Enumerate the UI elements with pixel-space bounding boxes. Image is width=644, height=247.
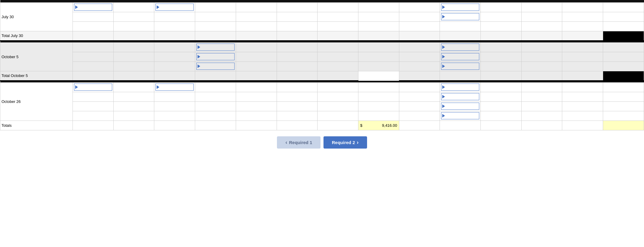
required1-label: Required 1 — [289, 140, 312, 145]
july30-r1-c9 — [358, 2, 399, 12]
oct5-r3-c11[interactable] — [440, 61, 481, 71]
july30-r3-c10 — [399, 21, 440, 31]
oct5-r1-c4 — [154, 42, 195, 52]
totals-dollar-cell: $ 9,416.00 — [358, 121, 399, 130]
july30-r3-c4 — [154, 21, 195, 31]
oct26-r3-c11[interactable] — [440, 101, 481, 111]
july30-r1-c3 — [113, 2, 154, 12]
top-black-bar — [0, 0, 644, 2]
oct5-r3-c5[interactable] — [195, 61, 236, 71]
oct5-r1-c11[interactable] — [440, 42, 481, 52]
july30-row3 — [0, 21, 644, 31]
july30-r3-c14 — [562, 21, 603, 31]
totals-row: Totals $ 9,416.00 — [0, 121, 644, 130]
july30-r1-c2[interactable] — [73, 2, 114, 12]
july30-r3-c13 — [521, 21, 562, 31]
oct5-row2 — [0, 52, 644, 61]
july30-r2-c10 — [399, 12, 440, 21]
dollar-sign: $ — [360, 123, 362, 128]
totals-amount: 9,416.00 — [382, 123, 397, 128]
required1-button[interactable]: Required 1 — [277, 136, 321, 149]
july30-r2-c6 — [236, 12, 277, 21]
oct5-r1-c6 — [236, 42, 277, 52]
oct5-r1-c5[interactable] — [195, 42, 236, 52]
oct5-r1-c10 — [399, 42, 440, 52]
july30-r2-c4 — [154, 12, 195, 21]
july30-r2-c5 — [195, 12, 236, 21]
july30-r3-c3 — [113, 21, 154, 31]
july30-r3-c11 — [440, 21, 481, 31]
oct5-r1-c9 — [358, 42, 399, 52]
july30-r1-c5 — [195, 2, 236, 12]
oct5-label: October 5 — [0, 42, 73, 71]
july30-r2-c9 — [358, 12, 399, 21]
oct5-r1-c15 — [603, 42, 644, 52]
total-oct5-row: Total October 5 — [0, 71, 644, 81]
july30-row2 — [0, 12, 644, 21]
july30-r3-c2 — [73, 21, 114, 31]
july30-r1-c6 — [236, 2, 277, 12]
oct26-row4 — [0, 111, 644, 121]
oct5-r1-c13 — [521, 42, 562, 52]
july30-r2-c12 — [481, 12, 522, 21]
total-oct5-label: Total October 5 — [0, 71, 73, 81]
total-july30-label: Total July 30 — [0, 31, 73, 41]
oct26-r1-c4[interactable] — [154, 82, 195, 92]
chevron-right-icon — [357, 139, 359, 146]
july30-r3-c12 — [481, 21, 522, 31]
july30-r3-c8 — [318, 21, 358, 31]
july30-r2-c2 — [73, 12, 114, 21]
oct26-row2 — [0, 92, 644, 101]
july30-r3-c5 — [195, 21, 236, 31]
navigation-buttons: Required 1 Required 2 — [277, 136, 367, 149]
july30-label: July 30 — [0, 2, 73, 31]
july30-r1-c12 — [481, 2, 522, 12]
july30-r1-c10 — [399, 2, 440, 12]
oct26-r1-c2[interactable] — [73, 82, 114, 92]
july30-r1-c8 — [318, 2, 358, 12]
oct5-r1-c2 — [73, 42, 114, 52]
july30-r1-c4[interactable] — [154, 2, 195, 12]
total-july30-row: Total July 30 — [0, 31, 644, 41]
oct5-r2-c11[interactable] — [440, 52, 481, 61]
july30-r3-c6 — [236, 21, 277, 31]
required2-label: Required 2 — [332, 140, 355, 145]
main-table-wrapper: July 30 — [0, 0, 644, 130]
oct5-r1-c8 — [318, 42, 358, 52]
july30-r3-c15 — [603, 21, 644, 31]
july30-r1-c13 — [521, 2, 562, 12]
july30-r2-c3 — [113, 12, 154, 21]
oct5-row1: October 5 — [0, 42, 644, 52]
oct5-r1-c7 — [277, 42, 318, 52]
july30-r2-c13 — [521, 12, 562, 21]
oct26-label: October 26 — [0, 82, 73, 121]
oct5-r1-c12 — [481, 42, 522, 52]
july30-r1-c14 — [562, 2, 603, 12]
july30-row1: July 30 — [0, 2, 644, 12]
totals-yellow-cell — [603, 121, 644, 130]
july30-r1-c15 — [603, 2, 644, 12]
oct26-r2-c11[interactable] — [440, 92, 481, 101]
july30-r3-c9 — [358, 21, 399, 31]
july30-r2-c11[interactable] — [440, 12, 481, 21]
july30-r2-c8 — [318, 12, 358, 21]
oct5-row3 — [0, 61, 644, 71]
oct26-row3 — [0, 101, 644, 111]
oct5-r1-c14 — [562, 42, 603, 52]
oct26-row1: October 26 — [0, 82, 644, 92]
july30-r1-c11[interactable] — [440, 2, 481, 12]
totals-label: Totals — [0, 121, 73, 130]
july30-r1-c7 — [277, 2, 318, 12]
oct5-r2-c5[interactable] — [195, 52, 236, 61]
oct5-r1-c3 — [113, 42, 154, 52]
oct26-r4-c11[interactable] — [440, 111, 481, 121]
chevron-left-icon — [285, 139, 287, 146]
july30-r2-c7 — [277, 12, 318, 21]
oct26-r1-c11[interactable] — [440, 82, 481, 92]
july30-r2-c15 — [603, 12, 644, 21]
required2-button[interactable]: Required 2 — [323, 136, 367, 149]
totals-amount-display: $ 9,416.00 — [358, 121, 399, 130]
data-table: July 30 — [0, 0, 644, 130]
july30-r2-c14 — [562, 12, 603, 21]
july30-r3-c7 — [277, 21, 318, 31]
